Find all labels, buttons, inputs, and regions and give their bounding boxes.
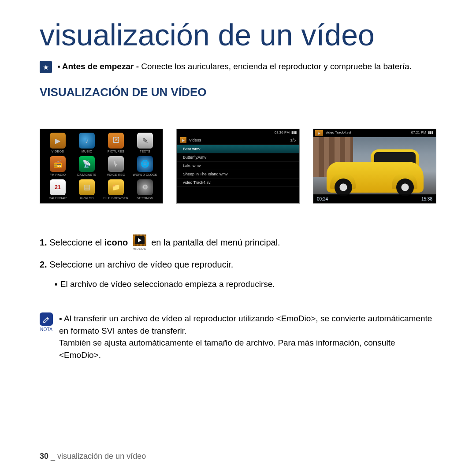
worldclock-icon: 🌐 xyxy=(137,156,153,172)
screenshots-row: ▶VIDEOS ♪MUSIC 🖼PICTURES ✎TEXTS 📻FM RADI… xyxy=(40,129,436,204)
list-item: Lake.wmv xyxy=(177,162,299,170)
texts-icon: ✎ xyxy=(137,133,153,149)
screenshot-playback: ▶ video Track4.svi 07:21 PM▮▮▮ 00:24 15:… xyxy=(313,129,436,204)
list-count: 1/5 xyxy=(290,138,296,142)
intro-text: ▪Antes de empezar - Conecte los auricula… xyxy=(57,61,412,73)
clock-text: 07:21 PM xyxy=(411,130,426,134)
videos-icon: ▶ xyxy=(180,137,186,143)
playback-title: video Track4.svi xyxy=(326,130,351,134)
menu-label: PICTURES xyxy=(108,150,124,153)
voicerec-icon: 🎙 xyxy=(108,156,124,172)
microsd-icon: ▤ xyxy=(79,179,95,195)
menu-label: CALENDAR xyxy=(49,197,67,200)
menu-label: DATACASTS xyxy=(77,173,97,176)
menu-label: FILE BROWSER xyxy=(104,197,129,200)
music-icon: ♪ xyxy=(79,133,95,149)
step-text: Seleccione un archivo de vídeo que repro… xyxy=(49,260,233,269)
step-text: en la pantalla del menú principal. xyxy=(151,238,280,247)
video-frame xyxy=(313,137,436,194)
fmradio-icon: 📻 xyxy=(50,156,66,172)
settings-icon: ⚙ xyxy=(137,179,153,195)
screenshot-menu: ▶VIDEOS ♪MUSIC 🖼PICTURES ✎TEXTS 📻FM RADI… xyxy=(40,129,163,204)
page-title: visualización de un vídeo xyxy=(40,18,436,52)
intro-bold: Antes de empezar - xyxy=(62,62,141,71)
page-footer: 30 _ visualización de un vídeo xyxy=(40,452,146,461)
playback-position: 00:24 xyxy=(317,197,328,201)
pictures-icon: 🖼 xyxy=(108,133,124,149)
section-heading: VISUALIZACIÓN DE UN VÍDEO xyxy=(40,86,436,102)
inline-icon-label: VIDEOS xyxy=(133,247,146,252)
list-item: Sheep In The Island.wmv xyxy=(177,170,299,178)
menu-label: TEXTS xyxy=(140,150,150,153)
star-icon: ★ xyxy=(40,61,52,73)
menu-label: VOICE REC xyxy=(107,173,125,176)
footer-section: visualización de un vídeo xyxy=(57,452,146,461)
clock-text: 03:36 PM xyxy=(275,130,290,134)
calendar-icon: 21 xyxy=(50,179,66,195)
note-icon xyxy=(40,312,53,326)
menu-label: VIDEOS xyxy=(52,150,64,153)
menu-label: MUSIC xyxy=(82,150,92,153)
battery-icon: ▮▮▮ xyxy=(428,130,433,134)
note-text: ▪ Al transferir un archivo de vídeo al r… xyxy=(59,312,436,361)
step-text: Seleccione el xyxy=(49,238,104,247)
datacasts-icon: 📡 xyxy=(79,156,95,172)
step-1: 1. Seleccione el icono VIDEOS en la pant… xyxy=(40,234,436,252)
note-label: NOTA xyxy=(40,327,52,333)
step-2: 2. Seleccione un archivo de vídeo que re… xyxy=(40,258,436,271)
screenshot-list: 03:36 PM▮▮▮ ▶Videos 1/5 Bear.wmv Butterf… xyxy=(176,129,300,204)
playback-duration: 15:38 xyxy=(421,197,432,201)
videos-icon: ▶ xyxy=(315,130,323,136)
list-item: video Track4.svi xyxy=(177,178,299,187)
videos-inline-icon: VIDEOS xyxy=(133,234,146,252)
page-number: 30 xyxy=(40,452,48,461)
intro-rest: Conecte los auriculares, encienda el rep… xyxy=(141,62,412,71)
menu-label: SETTINGS xyxy=(137,197,153,200)
note-line: Al transferir un archivo de vídeo al rep… xyxy=(59,314,432,335)
list-item: Butterfly.wmv xyxy=(177,153,299,162)
list-item: Bear.wmv xyxy=(177,145,299,153)
battery-icon: ▮▮▮ xyxy=(291,130,297,134)
menu-label: WORLD CLOCK xyxy=(133,173,157,176)
footer-sep: _ xyxy=(48,452,57,461)
note-block: NOTA ▪ Al transferir un archivo de vídeo… xyxy=(40,312,436,361)
step-text-bold: icono xyxy=(104,238,128,247)
list-title: Videos xyxy=(189,138,201,142)
videos-icon: ▶ xyxy=(50,133,66,149)
intro-row: ★ ▪Antes de empezar - Conecte los auricu… xyxy=(40,61,436,73)
menu-label: FM RADIO xyxy=(50,173,66,176)
substep-text: El archivo de vídeo seleccionado empieza… xyxy=(60,279,275,289)
step-2-sub: ▪El archivo de vídeo seleccionado empiez… xyxy=(55,278,436,290)
steps: 1. Seleccione el icono VIDEOS en la pant… xyxy=(40,234,436,290)
note-line: También se ajusta automáticamente el tam… xyxy=(59,338,395,360)
menu-label: micro SD xyxy=(80,197,93,200)
filebrowser-icon: 📁 xyxy=(108,179,124,195)
